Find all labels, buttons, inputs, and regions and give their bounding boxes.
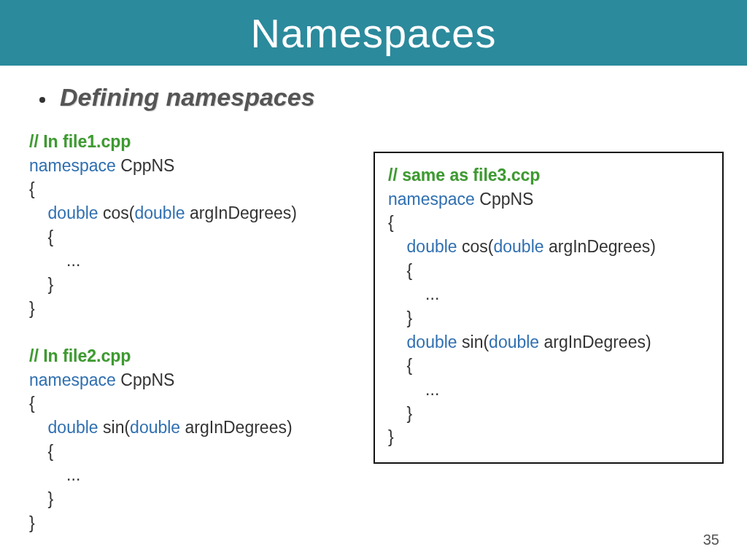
- kw-namespace: namespace: [29, 156, 116, 175]
- fn-sin: sin(: [98, 418, 130, 437]
- type-double: double: [29, 418, 98, 437]
- code-right-box: // same as file3.ccp namespace CppNS { d…: [374, 152, 724, 464]
- brace: {: [388, 356, 412, 375]
- fn-cos: cos(: [457, 237, 494, 256]
- ns-name: CppNS: [116, 156, 175, 175]
- ellipsis: ...: [29, 465, 80, 484]
- bullet-row: Defining namespaces: [39, 83, 747, 112]
- type-double: double: [388, 237, 457, 256]
- brace: {: [388, 213, 394, 232]
- type-double: double: [388, 332, 457, 351]
- ellipsis: ...: [388, 284, 439, 303]
- brace: }: [29, 489, 53, 508]
- arg: argInDegrees): [539, 332, 651, 351]
- arg: argInDegrees): [185, 203, 297, 222]
- type-double: double: [134, 203, 185, 222]
- ellipsis: ...: [29, 251, 80, 270]
- brace: }: [29, 299, 35, 318]
- ns-name: CppNS: [116, 370, 175, 389]
- code-left: // In file1.cpp namespace CppNS { double…: [29, 130, 372, 534]
- comment-file3: // same as file3.ccp: [388, 166, 540, 184]
- kw-namespace: namespace: [29, 370, 116, 389]
- brace: }: [29, 275, 53, 294]
- title-bar: Namespaces: [0, 0, 747, 66]
- kw-namespace: namespace: [388, 190, 475, 209]
- comment-file1: // In file1.cpp: [29, 132, 131, 151]
- brace: }: [388, 427, 394, 446]
- arg: argInDegrees): [180, 418, 292, 437]
- bullet-text: Defining namespaces: [60, 83, 315, 112]
- ellipsis: ...: [388, 380, 439, 399]
- brace: {: [29, 228, 53, 246]
- slide-title: Namespaces: [251, 9, 497, 57]
- fn-sin: sin(: [457, 332, 489, 351]
- fn-cos: cos(: [98, 203, 135, 222]
- comment-file2: // In file2.cpp: [29, 346, 131, 365]
- page-number: 35: [703, 532, 719, 548]
- type-double: double: [130, 418, 180, 437]
- type-double: double: [29, 203, 98, 222]
- brace: {: [29, 179, 35, 198]
- brace: }: [388, 404, 412, 423]
- brace: }: [388, 308, 412, 327]
- arg: argInDegrees): [544, 237, 656, 256]
- bullet-icon: [39, 97, 45, 103]
- brace: {: [29, 442, 53, 461]
- ns-name: CppNS: [475, 190, 534, 209]
- type-double: double: [493, 237, 543, 256]
- code-area: // In file1.cpp namespace CppNS { double…: [29, 130, 725, 538]
- brace: {: [29, 394, 35, 413]
- brace: {: [388, 261, 412, 280]
- type-double: double: [489, 332, 539, 351]
- brace: }: [29, 513, 35, 532]
